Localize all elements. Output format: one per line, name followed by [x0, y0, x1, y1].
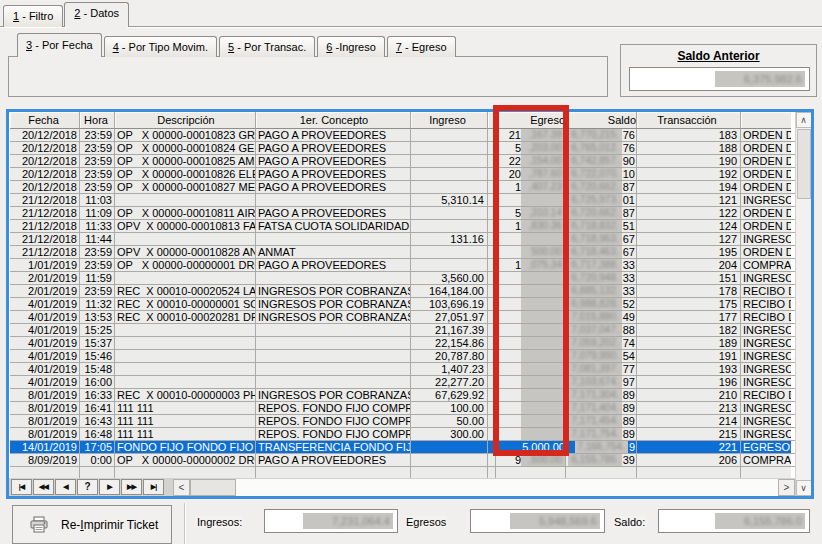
- cell-fecha[interactable]: 8/01/2019: [10, 415, 80, 427]
- cell-transaccion[interactable]: 175: [637, 298, 741, 310]
- cell-gap[interactable]: [488, 428, 496, 440]
- cell-fecha[interactable]: 20/12/2018: [10, 129, 80, 141]
- cell-fecha[interactable]: 20/12/2018: [10, 142, 80, 154]
- cell-ingreso[interactable]: 1,407.23: [411, 363, 488, 375]
- cell-tipo[interactable]: INGRESO DE CI: [741, 233, 791, 245]
- cell-hora[interactable]: 23:59: [80, 285, 115, 297]
- cell-transaccion[interactable]: 183: [637, 129, 741, 141]
- cell-tipo[interactable]: INGRESOS POR: [741, 428, 791, 440]
- cell-egreso[interactable]: 5,000.00: [496, 441, 566, 453]
- table-row[interactable]: 21/12/201811:33OPV X 00000-00010813 FATS…: [10, 220, 795, 233]
- cell-egreso[interactable]: [496, 233, 566, 245]
- cell-fecha[interactable]: 8/01/2019: [10, 402, 80, 414]
- cell-egreso[interactable]: 5,310.14: [496, 207, 566, 219]
- cell-fecha[interactable]: [10, 467, 80, 478]
- cell-concepto[interactable]: PAGO A PROVEEDORES: [256, 168, 411, 180]
- cell-descripcion[interactable]: REC X 00010-00020524 LABO: [115, 285, 256, 297]
- cell-tipo[interactable]: [741, 467, 791, 478]
- cell-egreso[interactable]: [496, 415, 566, 427]
- cell-descripcion[interactable]: [115, 376, 256, 388]
- cell-egreso[interactable]: [496, 272, 566, 284]
- cell-gap[interactable]: [488, 389, 496, 401]
- column-header-gap[interactable]: [488, 112, 496, 129]
- cell-transaccion[interactable]: 178: [637, 285, 741, 297]
- cell-tipo[interactable]: INGRESO DE CI: [741, 194, 791, 206]
- cell-ingreso[interactable]: 103,696.19: [411, 298, 488, 310]
- table-row[interactable]: 1/01/201923:59OP X 00000-00000001 DROGPA…: [10, 259, 795, 272]
- cell-ingreso[interactable]: [411, 441, 488, 453]
- prior-page-button[interactable]: ◀◀: [33, 479, 54, 495]
- cell-concepto[interactable]: TRANSFERENCIA FONDO FIJO: [256, 441, 411, 453]
- cell-saldo[interactable]: 6,718,463.67: [566, 246, 637, 258]
- cell-ingreso[interactable]: 5,310.14: [411, 194, 488, 206]
- cell-hora[interactable]: 16:48: [80, 428, 115, 440]
- cell-gap[interactable]: [488, 324, 496, 336]
- cell-tipo[interactable]: ORDEN DE PAG: [741, 181, 791, 193]
- cell-egreso[interactable]: [496, 389, 566, 401]
- table-row[interactable]: 20/12/201823:59OP X 00000-00010823 GRUPP…: [10, 129, 795, 142]
- cell-transaccion[interactable]: 188: [637, 142, 741, 154]
- table-row[interactable]: 4/01/201913:53REC X 00010-00020281 DROGI…: [10, 311, 795, 324]
- table-row[interactable]: 20/12/201823:59OP X 00000-00010824 GERIC…: [10, 142, 795, 155]
- cell-descripcion[interactable]: REC X 00010-00000001 SOUE: [115, 298, 256, 310]
- cell-fecha[interactable]: 4/01/2019: [10, 324, 80, 336]
- column-header-concepto[interactable]: 1er. Concepto: [256, 112, 411, 129]
- cell-gap[interactable]: [488, 220, 496, 232]
- cell-concepto[interactable]: REPOS. FONDO FIJO COMPRAS: [256, 402, 411, 414]
- cell-ingreso[interactable]: 67,629.92: [411, 389, 488, 401]
- cell-descripcion[interactable]: 111 111: [115, 428, 256, 440]
- cell-gap[interactable]: [488, 259, 496, 271]
- cell-concepto[interactable]: INGRESOS POR COBRANZAS: [256, 285, 411, 297]
- cell-gap[interactable]: [488, 155, 496, 167]
- cell-saldo[interactable]: 7,171,454.89: [566, 415, 637, 427]
- cell-fecha[interactable]: 8/09/2019: [10, 454, 80, 466]
- cell-saldo[interactable]: 6,722,070.10: [566, 168, 637, 180]
- cell-ingreso[interactable]: [411, 129, 488, 141]
- cell-tipo[interactable]: INGRESOS POR: [741, 415, 791, 427]
- cell-fecha[interactable]: 20/12/2018: [10, 168, 80, 180]
- cell-concepto[interactable]: PAGO A PROVEEDORES: [256, 155, 411, 167]
- cell-tipo[interactable]: INGRESO DE CI: [741, 272, 791, 284]
- column-header-saldo[interactable]: Saldo: [566, 112, 637, 129]
- table-row[interactable]: 2/01/201911:593,560.006,720,948.33151ING…: [10, 272, 795, 285]
- cell-ingreso[interactable]: [411, 168, 488, 180]
- scroll-left-button[interactable]: <: [173, 479, 190, 496]
- cell-egreso[interactable]: [496, 298, 566, 310]
- table-row[interactable]: 8/01/201916:43111 111REPOS. FONDO FIJO C…: [10, 415, 795, 428]
- cell-hora[interactable]: 11:44: [80, 233, 115, 245]
- scroll-down-button[interactable]: ∨: [796, 480, 812, 496]
- cell-gap[interactable]: [488, 168, 496, 180]
- cell-hora[interactable]: 23:59: [80, 129, 115, 141]
- cell-tipo[interactable]: ORDEN DE PAG: [741, 220, 791, 232]
- table-row[interactable]: 4/01/201915:3722,154.867,059,202.74189IN…: [10, 337, 795, 350]
- tab-egreso[interactable]: 7 - Egreso: [387, 36, 456, 57]
- cell-descripcion[interactable]: OP X 00000-00010811 AIR LI: [115, 207, 256, 219]
- cell-descripcion[interactable]: OP X 00000-00010824 GERIC: [115, 142, 256, 154]
- cell-hora[interactable]: 11:59: [80, 272, 115, 284]
- cell-saldo[interactable]: 6,765,012.76: [566, 142, 637, 154]
- cell-tipo[interactable]: INGRESO DE CI: [741, 363, 791, 375]
- cell-tipo[interactable]: ORDEN DE PAG: [741, 246, 791, 258]
- cell-hora[interactable]: 11:09: [80, 207, 115, 219]
- tab-filtro[interactable]: 1 - Filtro: [3, 5, 63, 27]
- table-row[interactable]: 4/01/201916:0022,277.207,103,674.97196IN…: [10, 376, 795, 389]
- cell-tipo[interactable]: ORDEN DE PAG: [741, 129, 791, 141]
- cell-fecha[interactable]: 4/01/2019: [10, 376, 80, 388]
- cell-concepto[interactable]: PAGO A PROVEEDORES: [256, 207, 411, 219]
- cell-tipo[interactable]: COMPRA DE CO: [741, 454, 791, 466]
- table-row[interactable]: 20/12/201823:59OP X 00000-00010825 AMDMP…: [10, 155, 795, 168]
- cell-concepto[interactable]: REPOS. FONDO FIJO COMPRAS: [256, 428, 411, 440]
- cell-descripcion[interactable]: FONDO FIJO FONDO FIJO: [115, 441, 256, 453]
- cell-concepto[interactable]: INGRESOS POR COBRANZAS: [256, 298, 411, 310]
- table-row[interactable]: 8/01/201916:48111 111REPOS. FONDO FIJO C…: [10, 428, 795, 441]
- cell-ingreso[interactable]: [411, 155, 488, 167]
- table-row[interactable]: 20/12/201823:59OP X 00000-00010826 ELECT…: [10, 168, 795, 181]
- cell-hora[interactable]: 13:53: [80, 311, 115, 323]
- cell-tipo[interactable]: RECIBO DE COB: [741, 311, 791, 323]
- cell-ingreso[interactable]: 22,154.86: [411, 337, 488, 349]
- cell-transaccion[interactable]: 122: [637, 207, 741, 219]
- cell-saldo[interactable]: 7,171,404.89: [566, 402, 637, 414]
- prior-record-button[interactable]: ◀: [55, 479, 76, 495]
- cell-fecha[interactable]: 4/01/2019: [10, 311, 80, 323]
- cell-concepto[interactable]: FATSA CUOTA SOLIDARIDAD: [256, 220, 411, 232]
